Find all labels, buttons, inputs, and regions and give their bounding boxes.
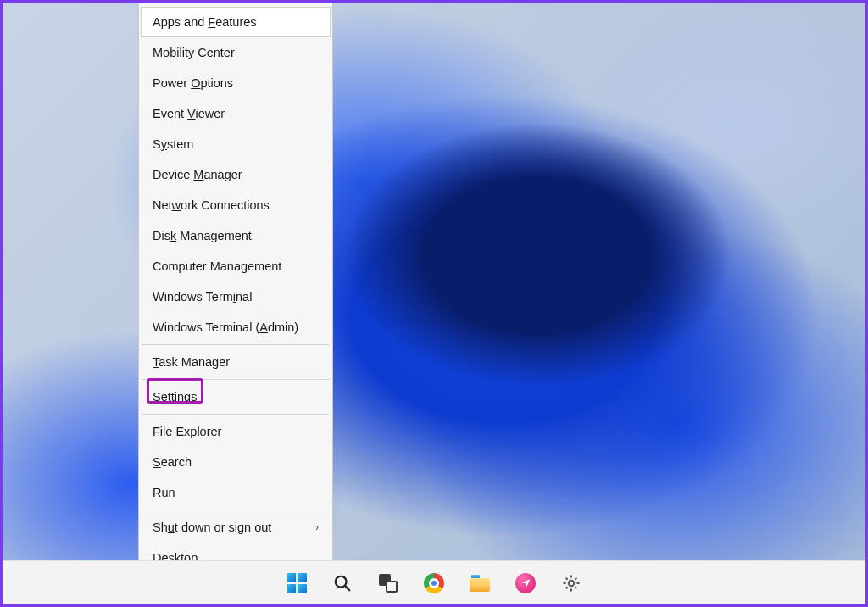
winx-item-computer-management[interactable]: Computer Management [141, 251, 331, 281]
winx-item-label: Device Manager [153, 168, 319, 181]
winx-item-power-options[interactable]: Power Options [141, 68, 331, 98]
taskbar-chrome-button[interactable] [417, 566, 451, 600]
winx-item-shut-down-or-sign-out[interactable]: Shut down or sign out› [141, 512, 331, 543]
winx-item-windows-terminal-admin[interactable]: Windows Terminal (Admin) [141, 312, 331, 342]
menu-separator [142, 510, 330, 510]
winx-item-file-explorer[interactable]: File Explorer [141, 416, 331, 447]
winx-item-label: Windows Terminal [153, 290, 319, 304]
menu-separator [142, 344, 330, 345]
winx-item-disk-management[interactable]: Disk Management [141, 220, 331, 251]
search-icon [333, 574, 352, 593]
winx-item-label: Windows Terminal (Admin) [153, 320, 319, 334]
taskbar-media-app-button[interactable] [509, 566, 542, 600]
taskbar-settings-button[interactable] [554, 566, 588, 600]
menu-separator [142, 414, 330, 415]
taskbar [3, 560, 865, 604]
winx-item-label: Shut down or sign out [153, 521, 309, 534]
winx-item-search[interactable]: Search [141, 447, 331, 477]
svg-line-1 [345, 586, 349, 590]
task-view-icon [379, 574, 398, 593]
winx-item-label: System [153, 137, 319, 151]
winx-item-mobility-center[interactable]: Mobility Center [141, 37, 331, 68]
taskbar-search-button[interactable] [326, 566, 359, 600]
winx-item-label: Network Connections [153, 198, 319, 212]
winx-item-device-manager[interactable]: Device Manager [141, 159, 331, 190]
paper-plane-icon [515, 573, 536, 593]
winx-item-task-manager[interactable]: Task Manager [141, 347, 331, 377]
winx-item-label: Apps and Features [153, 15, 319, 29]
winx-item-label: Event Viewer [153, 107, 319, 120]
winx-item-apps-and-features[interactable]: Apps and Features [141, 7, 331, 37]
winx-item-label: Search [153, 455, 319, 469]
winx-item-network-connections[interactable]: Network Connections [141, 190, 331, 220]
winx-item-label: Mobility Center [153, 46, 319, 59]
winx-item-label: Power Options [153, 76, 319, 90]
windows-start-icon [287, 573, 307, 593]
winx-item-label: File Explorer [153, 425, 319, 438]
winx-item-label: Disk Management [153, 229, 319, 242]
svg-point-2 [569, 580, 574, 585]
winx-item-system[interactable]: System [141, 129, 331, 159]
winx-item-settings[interactable]: Settings [141, 381, 331, 412]
chevron-right-icon: › [315, 521, 319, 533]
winx-item-label: Settings [153, 390, 319, 404]
winx-item-event-viewer[interactable]: Event Viewer [141, 98, 331, 129]
winx-item-run[interactable]: Run [141, 477, 331, 508]
winx-item-windows-terminal[interactable]: Windows Terminal [141, 281, 331, 312]
winx-item-label: Computer Management [153, 259, 319, 273]
start-button[interactable] [280, 566, 314, 600]
file-explorer-icon [470, 575, 490, 592]
winx-item-label: Task Manager [153, 355, 319, 369]
winx-item-label: Run [153, 486, 319, 499]
winx-context-menu: Apps and FeaturesMobility CenterPower Op… [138, 3, 333, 577]
menu-separator [142, 379, 330, 380]
taskbar-file-explorer-button[interactable] [463, 566, 497, 600]
desktop-wallpaper [3, 3, 865, 604]
chrome-icon [424, 573, 444, 593]
taskbar-task-view-button[interactable] [371, 566, 405, 600]
gear-icon [561, 573, 581, 593]
